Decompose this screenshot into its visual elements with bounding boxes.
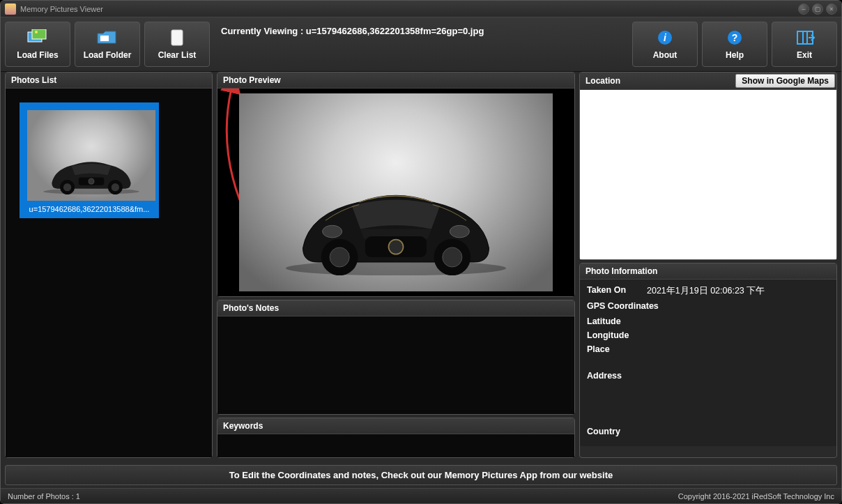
keywords-body[interactable]	[217, 434, 574, 457]
photo-count-label: Number of Photos : 1	[8, 492, 80, 501]
show-in-google-maps-button[interactable]: Show in Google Maps	[735, 74, 835, 88]
country-label: Country	[587, 427, 636, 436]
folder-icon	[96, 29, 118, 46]
address-label: Address	[587, 371, 636, 381]
app-icon	[5, 3, 16, 15]
photo-preview-header: Photo Preview	[217, 72, 574, 89]
svg-rect-1	[32, 29, 46, 39]
thumbnail-label: u=1579462686,36222013588&fm...	[27, 201, 151, 213]
help-label: Help	[726, 50, 744, 60]
right-column: Location Show in Google Maps Photo Infor…	[579, 72, 837, 458]
blank-page-icon	[166, 29, 188, 46]
taken-on-label: Taken On	[587, 285, 636, 297]
close-button[interactable]: ×	[826, 3, 837, 15]
svg-point-11	[43, 188, 139, 194]
load-files-label: Load Files	[17, 50, 58, 60]
svg-point-26	[450, 225, 469, 238]
exit-icon	[793, 29, 816, 46]
photo-information-header: Photo Information	[580, 264, 836, 280]
svg-point-22	[443, 247, 462, 266]
location-header: Location	[580, 73, 626, 89]
minimize-button[interactable]: –	[798, 3, 809, 15]
help-button[interactable]: ? Help	[702, 22, 767, 67]
svg-rect-4	[171, 30, 183, 45]
place-label: Place	[587, 344, 636, 354]
svg-point-18	[286, 261, 506, 275]
photos-notes-body[interactable]	[217, 316, 574, 414]
exit-button[interactable]: Exit	[772, 22, 837, 67]
photo-information-panel: Photo Information Taken On 2021年1月19日 02…	[579, 263, 837, 458]
svg-point-2	[35, 31, 38, 33]
preview-image	[239, 93, 553, 291]
toolbar: Load Files Load Folder Clear List Curren…	[1, 17, 841, 72]
svg-point-14	[63, 183, 71, 191]
copyright-label: Copyright 2016-2021 iRedSoft Technology …	[678, 492, 834, 501]
taken-on-value: 2021年1月19日 02:06:23 下午	[647, 285, 765, 297]
photos-icon	[26, 29, 49, 46]
help-icon: ?	[724, 29, 746, 46]
app-window: Memory Pictures Viewer – ▢ × Load Files …	[0, 0, 842, 504]
photos-list-panel: Photos List u=1579462686,36222013588&fm.…	[5, 72, 213, 458]
location-panel: Location Show in Google Maps	[579, 72, 837, 260]
photo-preview-body[interactable]	[217, 89, 574, 296]
exit-label: Exit	[797, 50, 812, 60]
svg-text:?: ?	[732, 32, 738, 43]
currently-viewing-label: Currently Viewing : u=1579462686,3622201…	[221, 26, 484, 36]
thumbnail-item[interactable]: u=1579462686,36222013588&fm...	[20, 102, 159, 218]
footer: To Edit the Coordinates and notes, Check…	[1, 462, 841, 488]
photos-list-body[interactable]: u=1579462686,36222013588&fm...	[6, 89, 212, 457]
load-folder-label: Load Folder	[84, 50, 132, 60]
svg-point-17	[89, 178, 94, 184]
titlebar: Memory Pictures Viewer – ▢ ×	[1, 1, 841, 17]
main-content: Photos List u=1579462686,36222013588&fm.…	[1, 72, 841, 462]
svg-point-15	[112, 183, 119, 191]
longitude-label: Longitude	[587, 330, 636, 340]
svg-rect-3	[100, 36, 109, 41]
svg-point-25	[323, 225, 342, 238]
photos-list-header: Photos List	[6, 72, 212, 89]
keywords-panel: Keywords	[217, 418, 575, 458]
thumbnail-image	[27, 110, 155, 201]
center-column: Photo Preview	[217, 72, 575, 458]
latitude-label: Latitude	[587, 316, 636, 326]
load-folder-button[interactable]: Load Folder	[75, 22, 140, 67]
clear-list-button[interactable]: Clear List	[144, 22, 210, 67]
app-title: Memory Pictures Viewer	[20, 5, 798, 13]
photos-notes-panel: Photo's Notes	[217, 300, 575, 415]
photo-information-body: Taken On 2021年1月19日 02:06:23 下午 GPS Coor…	[580, 280, 836, 446]
svg-point-24	[388, 239, 403, 254]
about-label: About	[653, 50, 678, 60]
maximize-button[interactable]: ▢	[812, 3, 823, 15]
gps-coordinates-label: GPS Coordinates	[587, 301, 829, 311]
clear-list-label: Clear List	[158, 50, 197, 60]
toolbar-spacer: Currently Viewing : u=1579462686,3622201…	[214, 22, 628, 67]
promo-banner[interactable]: To Edit the Coordinates and notes, Check…	[5, 465, 837, 485]
status-bar: Number of Photos : 1 Copyright 2016-2021…	[1, 488, 841, 503]
location-map[interactable]	[580, 90, 836, 259]
about-button[interactable]: i About	[632, 22, 698, 67]
svg-point-21	[330, 247, 349, 266]
load-files-button[interactable]: Load Files	[5, 22, 70, 67]
photos-notes-header: Photo's Notes	[217, 300, 574, 316]
info-icon: i	[654, 29, 676, 46]
photo-preview-panel: Photo Preview	[217, 72, 575, 297]
keywords-header: Keywords	[217, 418, 574, 434]
